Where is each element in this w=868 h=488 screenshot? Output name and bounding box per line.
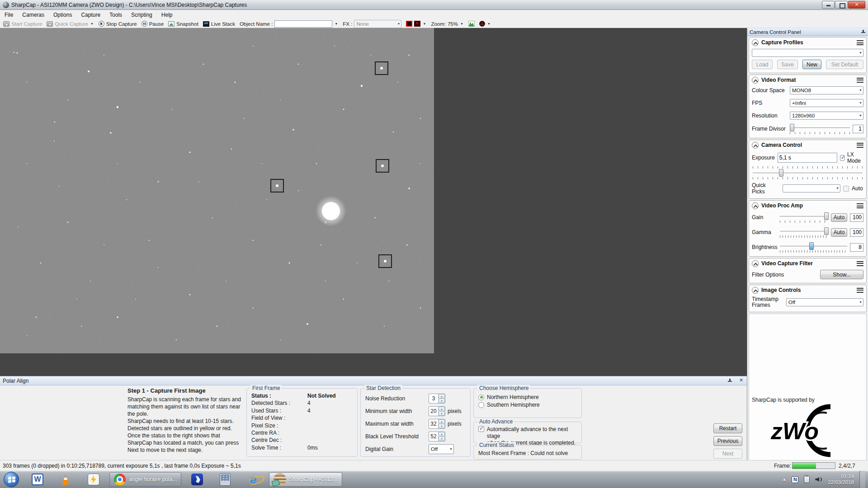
set-default-button[interactable]: Set Default [826, 60, 863, 69]
chevron-down-icon[interactable]: ▼ [334, 22, 338, 25]
spinner-up-icon[interactable]: ▲ [439, 407, 445, 411]
fx-select[interactable]: None ▼ [354, 20, 401, 28]
pin-icon[interactable] [861, 29, 866, 35]
menu-cameras[interactable]: Cameras [18, 10, 49, 19]
menu-capture[interactable]: Capture [76, 10, 105, 19]
spinner-down-icon[interactable]: ▼ [439, 399, 445, 403]
menu-file[interactable]: File [0, 10, 18, 19]
stop-capture-button[interactable]: Stop Capture [97, 20, 138, 28]
gain-input[interactable] [850, 213, 863, 222]
menu-help[interactable]: Help [157, 10, 177, 19]
collapse-button[interactable] [752, 260, 759, 267]
taskbar-sharpcap-window[interactable]: SharpCap - ASI12... [269, 472, 342, 487]
taskbar-clock[interactable]: 01:14 22/03/2018 [828, 474, 854, 485]
digital-gain-select[interactable]: Off ▼ [429, 444, 454, 454]
spinner[interactable]: 3▲▼ [429, 394, 445, 404]
frame-divisor-input[interactable] [853, 125, 863, 133]
taskbar-calculator-button[interactable] [218, 473, 232, 486]
fps-select[interactable]: +Infini ▼ [790, 99, 863, 107]
spinner-down-icon[interactable]: ▼ [439, 424, 445, 428]
collapse-button[interactable] [752, 142, 759, 149]
taskbar-ie-button[interactable]: e [246, 473, 260, 486]
section-menu-icon[interactable] [857, 78, 863, 83]
exposure-input[interactable] [778, 153, 837, 163]
section-menu-icon[interactable] [857, 288, 863, 293]
gamma-input[interactable] [850, 228, 863, 237]
save-button[interactable]: Save [777, 60, 798, 69]
menu-tools[interactable]: Tools [105, 10, 127, 19]
tray-expand-icon[interactable]: ▲ [783, 477, 787, 482]
brightness-slider[interactable] [780, 242, 847, 250]
resolution-select[interactable]: 1280x960 ▼ [790, 112, 863, 120]
auto-advance-checkbox[interactable] [478, 426, 484, 432]
exposure-slider[interactable] [753, 169, 863, 177]
brightness-input[interactable] [850, 243, 863, 252]
pin-icon[interactable] [727, 378, 732, 384]
colour-space-select[interactable]: MONO8 ▼ [790, 86, 863, 94]
quick-capture-button[interactable]: Quick Capture ▼ [45, 20, 95, 28]
section-menu-icon[interactable] [857, 261, 863, 266]
reticle-button[interactable]: ▼ [478, 20, 492, 28]
previous-button[interactable]: Previous [713, 436, 742, 446]
section-menu-icon[interactable] [857, 40, 863, 45]
collapse-button[interactable] [752, 287, 759, 294]
frame-divisor-slider[interactable] [790, 123, 850, 132]
selection-rect-icon[interactable] [406, 21, 412, 27]
minimize-button[interactable] [822, 1, 835, 9]
taskbar-blue-app-button[interactable] [190, 473, 204, 486]
taskbar-vlc-button[interactable] [59, 473, 72, 486]
spinner-up-icon[interactable]: ▲ [439, 394, 445, 399]
spinner[interactable]: 52▲▼ [429, 432, 445, 441]
next-button[interactable]: Next [713, 449, 742, 459]
load-button[interactable]: Load [752, 60, 773, 69]
gamma-slider[interactable] [780, 227, 828, 235]
section-menu-icon[interactable] [857, 203, 863, 208]
taskbar-word-button[interactable]: W [31, 473, 44, 486]
close-button[interactable] [848, 1, 865, 9]
spinner-down-icon[interactable]: ▼ [439, 436, 445, 441]
timestamp-frames-select[interactable]: Off ▼ [786, 298, 863, 306]
show-filter-button[interactable]: Show... [820, 270, 863, 279]
spinner-down-icon[interactable]: ▼ [439, 411, 445, 416]
close-icon[interactable] [739, 378, 744, 384]
chevron-down-icon[interactable]: ▼ [460, 22, 464, 25]
pause-button[interactable]: Pause [140, 20, 165, 28]
spinner-up-icon[interactable]: ▲ [439, 419, 445, 424]
histogram-button[interactable] [467, 20, 476, 28]
new-button[interactable]: New [802, 60, 821, 69]
chevron-down-icon[interactable]: ▼ [487, 22, 491, 25]
southern-hemisphere-radio[interactable] [478, 402, 484, 408]
spinner-up-icon[interactable]: ▲ [439, 432, 445, 436]
menu-scripting[interactable]: Scripting [127, 10, 157, 19]
exposure-auto-checkbox[interactable] [843, 186, 849, 192]
section-menu-icon[interactable] [857, 143, 863, 148]
gain-slider[interactable] [780, 212, 828, 221]
show-desktop-button[interactable] [859, 471, 865, 488]
lx-mode-checkbox[interactable] [840, 155, 844, 161]
start-capture-button[interactable]: Start Capture [2, 20, 43, 28]
taskbar-chrome-window[interactable]: angle horaire pola... [109, 472, 181, 487]
gain-auto-button[interactable]: Auto [831, 213, 847, 222]
tray-n-icon[interactable]: N [792, 476, 798, 483]
maximize-button[interactable] [835, 1, 848, 9]
chevron-down-icon[interactable]: ▼ [422, 22, 426, 25]
red-cross-icon[interactable] [414, 21, 420, 27]
zoom-value[interactable]: 75% [448, 21, 458, 27]
collapse-button[interactable] [752, 39, 759, 46]
profile-select[interactable]: ▼ [752, 49, 863, 57]
spinner[interactable]: 32▲▼ [429, 419, 445, 429]
object-name-input[interactable] [274, 20, 332, 28]
snapshot-button[interactable]: Snapshot [167, 20, 200, 28]
start-button[interactable] [4, 472, 19, 487]
northern-hemisphere-radio[interactable] [478, 394, 484, 400]
live-stack-button[interactable]: Live Stack [202, 20, 236, 28]
tray-clipboard-icon[interactable] [804, 476, 810, 483]
collapse-button[interactable] [752, 77, 759, 84]
gamma-auto-button[interactable]: Auto [831, 228, 847, 237]
restart-button[interactable]: Restart [713, 423, 742, 433]
menu-options[interactable]: Options [49, 10, 76, 19]
quick-picks-select[interactable]: ▼ [783, 184, 840, 192]
tray-speaker-icon[interactable] [815, 476, 822, 483]
spinner[interactable]: 20▲▼ [429, 406, 445, 416]
taskbar-winamp-button[interactable] [87, 473, 100, 486]
